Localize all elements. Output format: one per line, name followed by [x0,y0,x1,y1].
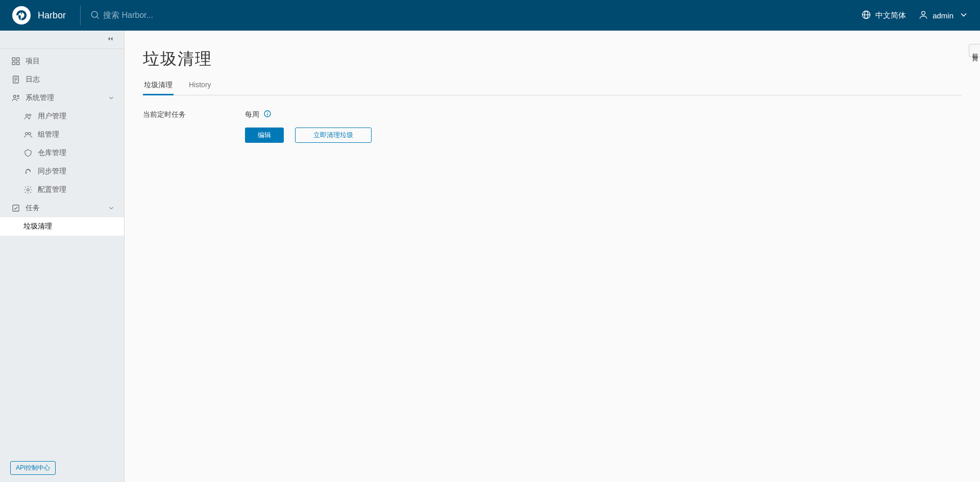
sidebar-item-garbage-collection[interactable]: 垃圾清理 [0,217,124,236]
user-label: admin [933,11,953,20]
schedule-label: 当前定时任务 [143,110,245,119]
sidebar-item-label: 垃圾清理 [23,222,52,231]
sidebar-item-label: 日志 [26,75,40,84]
sidebar-item-label: 仓库管理 [38,148,66,158]
svg-rect-11 [17,62,19,65]
sidebar-item-label: 同步管理 [38,167,66,176]
sidebar-group-label: 任务 [26,204,40,213]
search-icon [90,10,103,21]
action-buttons: 编辑 立即清理垃圾 [245,128,962,143]
sidebar-item-logs[interactable]: 日志 [0,70,124,89]
svg-rect-8 [12,58,15,60]
svg-point-19 [29,114,31,116]
header-divider [80,5,81,26]
logs-icon [11,75,20,84]
svg-point-22 [27,189,30,191]
gear-icon [23,185,33,194]
chevron-down-icon [958,10,969,21]
schedule-row: 当前定时任务 每周 [143,110,962,119]
sidebar-footer: API控制中心 [0,454,124,482]
edit-button[interactable]: 编辑 [245,128,284,143]
sidebar-group-tasks[interactable]: 任务 [0,199,124,217]
brand-name: Harbor [38,10,66,21]
harbor-logo-icon [12,6,31,24]
svg-line-3 [97,16,99,18]
sidebar-item-label: 配置管理 [38,185,66,194]
sidebar-item-groups[interactable]: 组管理 [0,125,124,144]
main-content: 垃圾清理 垃圾清理 History 当前定时任务 每周 编辑 立即清理垃圾 [125,31,980,482]
global-search[interactable] [90,10,236,21]
sidebar-item-users[interactable]: 用户管理 [0,107,124,125]
sidebar-nav: 项目 日志 系统管理 用户管理 组管理 [0,49,124,454]
svg-point-18 [26,114,29,117]
tab-history[interactable]: History [188,77,212,95]
svg-point-17 [17,95,19,97]
tabs: 垃圾清理 History [143,77,962,95]
schedule-value-group: 每周 [245,110,272,119]
globe-icon [861,10,871,21]
svg-point-21 [29,133,31,135]
svg-point-20 [26,133,28,135]
sidebar-item-projects[interactable]: 项目 [0,52,124,70]
user-icon [918,10,928,21]
brand[interactable]: Harbor [0,0,78,31]
sidebar: 项目 日志 系统管理 用户管理 组管理 [0,31,125,482]
gc-now-button[interactable]: 立即清理垃圾 [295,128,372,143]
registry-icon [23,148,33,158]
svg-point-16 [14,95,16,98]
language-label: 中文简体 [875,11,906,20]
groups-icon [23,130,33,139]
sidebar-group-label: 系统管理 [26,93,54,103]
sidebar-item-registries[interactable]: 仓库管理 [0,144,124,162]
header-right: 中文简体 admin [861,10,980,21]
svg-rect-9 [17,58,19,60]
sidebar-collapse-bar[interactable] [0,31,124,49]
page-title: 垃圾清理 [143,48,962,70]
svg-point-7 [922,11,925,15]
api-explorer-button[interactable]: API控制中心 [10,461,56,475]
sidebar-group-system[interactable]: 系统管理 [0,89,124,107]
svg-rect-23 [13,205,19,211]
side-float-tab[interactable]: 扫码支持 [969,44,980,57]
search-input[interactable] [103,11,236,20]
sidebar-item-label: 项目 [26,57,40,66]
chevron-double-left-icon [106,34,115,45]
sidebar-item-label: 用户管理 [38,112,66,121]
svg-point-26 [267,112,267,112]
app-header: Harbor 中文简体 admin [0,0,980,31]
users-icon [23,112,33,121]
info-icon[interactable] [263,110,272,119]
app-body: 项目 日志 系统管理 用户管理 组管理 [0,31,980,482]
tab-gc[interactable]: 垃圾清理 [143,77,174,95]
schedule-value: 每周 [245,110,259,119]
svg-point-2 [91,11,97,17]
admin-icon [11,93,20,103]
svg-rect-10 [12,62,15,65]
tasks-icon [11,204,20,213]
sidebar-item-configuration[interactable]: 配置管理 [0,181,124,199]
language-switcher[interactable]: 中文简体 [861,10,906,21]
svg-rect-1 [21,11,21,14]
projects-icon [11,57,20,66]
sidebar-item-replications[interactable]: 同步管理 [0,162,124,181]
chevron-down-icon [108,205,115,212]
user-menu[interactable]: admin [918,10,969,21]
replication-icon [23,167,33,176]
chevron-down-icon [108,94,115,102]
sidebar-item-label: 组管理 [38,130,59,139]
